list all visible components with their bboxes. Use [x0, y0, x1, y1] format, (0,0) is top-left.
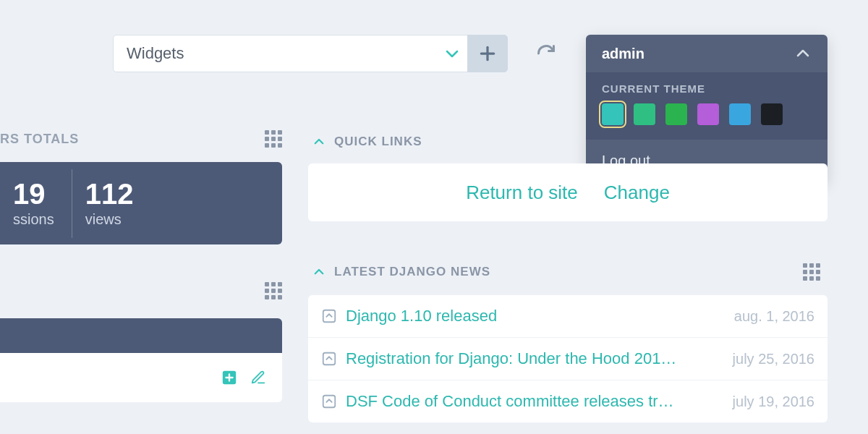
- left-widget-actions: [0, 353, 282, 402]
- theme-swatch-blue[interactable]: [729, 103, 751, 125]
- refresh-button[interactable]: [535, 43, 557, 64]
- quick-links-header[interactable]: QUICK LINKS: [312, 135, 422, 149]
- stat-value: 19: [13, 179, 54, 208]
- totals-section-header: RS TOTALS: [0, 130, 282, 148]
- section-title: QUICK LINKS: [334, 135, 422, 149]
- user-menu-header[interactable]: admin: [586, 35, 827, 72]
- stat-value: 112: [85, 179, 134, 208]
- external-link-icon: [321, 308, 337, 324]
- add-widget-button[interactable]: [467, 35, 508, 72]
- drag-handle-icon[interactable]: [265, 282, 282, 299]
- chevron-down-icon: [435, 45, 469, 62]
- theme-swatches: [602, 103, 812, 125]
- theme-swatch-emerald[interactable]: [665, 103, 687, 125]
- quick-links-card: Return to site Change: [308, 163, 827, 221]
- widgets-dropdown-label: Widgets: [114, 44, 435, 63]
- theme-swatch-purple[interactable]: [697, 103, 719, 125]
- news-date: july 19, 2016: [733, 393, 814, 410]
- chevron-up-icon: [794, 45, 812, 62]
- news-drag-handle[interactable]: [803, 263, 820, 281]
- news-item[interactable]: Django 1.10 released aug. 1, 2016: [308, 295, 827, 337]
- news-header[interactable]: LATEST DJANGO NEWS: [312, 265, 490, 279]
- left-widget-strip: [0, 318, 282, 353]
- svg-rect-6: [323, 353, 336, 365]
- section-title: LATEST DJANGO NEWS: [334, 265, 490, 279]
- edit-button[interactable]: [250, 370, 266, 386]
- stat-sessions: 19 ssions: [0, 169, 72, 238]
- user-menu-panel: admin CURRENT THEME Log out: [586, 35, 827, 182]
- theme-swatch-teal[interactable]: [602, 103, 624, 125]
- news-card: Django 1.10 released aug. 1, 2016 Regist…: [308, 295, 827, 422]
- external-link-icon: [321, 351, 337, 367]
- external-link-icon: [321, 393, 337, 409]
- theme-section: CURRENT THEME: [586, 72, 827, 140]
- widgets-dropdown[interactable]: Widgets: [113, 35, 470, 72]
- theme-swatch-black[interactable]: [761, 103, 783, 125]
- news-item[interactable]: Registration for Django: Under the Hood …: [308, 337, 827, 380]
- theme-section-title: CURRENT THEME: [602, 82, 812, 95]
- svg-rect-5: [323, 310, 336, 323]
- svg-rect-7: [323, 396, 336, 408]
- news-title: DSF Code of Conduct committee releases t…: [346, 392, 723, 411]
- stat-views: 112 views: [72, 169, 151, 238]
- news-date: aug. 1, 2016: [734, 308, 814, 325]
- username-label: admin: [602, 46, 644, 62]
- left-widget-header: [0, 282, 282, 299]
- add-item-button[interactable]: [221, 370, 237, 386]
- drag-handle-icon: [803, 263, 820, 281]
- theme-swatch-green[interactable]: [634, 103, 655, 125]
- news-title: Django 1.10 released: [346, 307, 724, 326]
- quick-link-return[interactable]: Return to site: [466, 182, 578, 204]
- quick-link-change[interactable]: Change: [604, 182, 670, 204]
- totals-header-label: RS TOTALS: [0, 132, 79, 147]
- stat-label: views: [85, 211, 134, 228]
- stat-label: ssions: [13, 211, 54, 228]
- news-date: july 25, 2016: [733, 351, 814, 367]
- chevron-up-icon: [312, 265, 326, 278]
- chevron-up-icon: [312, 135, 326, 148]
- news-title: Registration for Django: Under the Hood …: [346, 349, 723, 368]
- drag-handle-icon[interactable]: [265, 130, 282, 148]
- news-item[interactable]: DSF Code of Conduct committee releases t…: [308, 380, 827, 422]
- totals-card: 19 ssions 112 views: [0, 162, 282, 244]
